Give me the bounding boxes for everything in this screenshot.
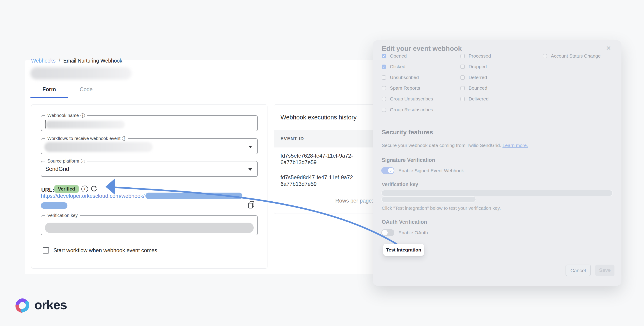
cancel-button[interactable]: Cancel <box>566 265 591 276</box>
event-checkbox-unsubscribed[interactable]: Unsubscribed <box>382 75 419 80</box>
tab-form[interactable]: Form <box>31 84 67 94</box>
source-platform-field[interactable]: Source platform i SendGrid <box>41 161 258 177</box>
close-icon[interactable]: ✕ <box>606 45 611 52</box>
toggle-knob <box>382 230 388 235</box>
table-row-event-id[interactable]: fd7s5efc7628-fe47-11ef-9a72- 6a77b13d7e5… <box>280 152 353 166</box>
chevron-down-icon[interactable] <box>248 168 252 171</box>
signature-verification-heading: Signature Verification <box>382 157 435 163</box>
event-checkbox-bounced[interactable]: Bounced <box>460 85 487 91</box>
workflows-value-redacted <box>44 142 153 152</box>
text-cursor <box>45 120 46 128</box>
breadcrumb-current: Email Nurturing Webhook <box>63 58 122 64</box>
rows-per-page-label: Rows per page: <box>335 198 373 204</box>
webhook-form-card: Webhook name i Workflows to receive webh… <box>31 104 268 269</box>
toggle-label: Enable OAuth <box>398 230 428 235</box>
screenshot-stage: Webhooks / Email Nurturing Webhook Form … <box>0 0 644 326</box>
source-platform-value: SendGrid <box>45 161 69 176</box>
event-id-value: 6a77b13d7e59 <box>280 181 355 187</box>
toggle-label: Enable Signed Event Webhook <box>398 168 464 173</box>
checkbox-icon <box>382 108 386 112</box>
event-checkbox-group-resubscribes[interactable]: Group Resubscribes <box>382 107 433 112</box>
webhook-name-label: Webhook name i <box>45 113 87 118</box>
oauth-verification-heading: OAuth Verification <box>382 219 427 225</box>
checkbox-icon <box>460 54 465 58</box>
breadcrumb: Webhooks / Email Nurturing Webhook <box>31 58 122 64</box>
start-workflow-checkbox[interactable] <box>42 247 49 254</box>
checkbox-icon <box>460 97 465 101</box>
event-checkbox-account-status-change[interactable]: Account Status Change <box>543 53 601 59</box>
copy-icon[interactable] <box>247 200 256 210</box>
verification-key-heading: Verification key <box>382 182 418 187</box>
info-icon: i <box>80 113 85 118</box>
webhook-name-field[interactable]: Webhook name i <box>41 115 258 131</box>
event-checkbox-group-unsubscribes[interactable]: Group Unsubscribes <box>382 96 433 102</box>
checkbox-icon <box>382 54 386 58</box>
orkes-logo-icon <box>14 296 31 314</box>
test-integration-hint: Click "Test integration" below to test y… <box>382 206 501 211</box>
workflows-label: Workflows to receive webhook event i <box>45 136 128 141</box>
event-checkbox-opened[interactable]: Opened <box>382 53 407 59</box>
save-button[interactable]: Save <box>595 265 614 276</box>
security-description: Secure your webhook data coming from Twi… <box>382 143 528 148</box>
checkbox-icon <box>382 65 386 69</box>
workflows-field[interactable]: Workflows to receive webhook event i <box>41 138 258 154</box>
verification-key-redacted-1 <box>382 190 612 196</box>
test-integration-button[interactable]: Test Integration <box>383 244 424 256</box>
signed-event-webhook-toggle-row: ✓ Enable Signed Event Webhook <box>381 167 464 174</box>
dialog-title: Edit your event webhook <box>382 45 462 52</box>
info-icon[interactable]: i <box>82 186 88 192</box>
event-checkbox-deferred[interactable]: Deferred <box>460 75 487 80</box>
event-checkbox-spam-reports[interactable]: Spam Reports <box>382 85 420 91</box>
checkbox-icon <box>460 65 465 69</box>
start-workflow-row: Start workflow when webhook event comes <box>42 247 157 254</box>
orkes-logo-text: orkes <box>34 297 67 312</box>
learn-more-link[interactable]: Learn more. <box>502 143 528 148</box>
checkbox-icon <box>460 75 465 80</box>
webhook-url[interactable]: https://developer.orkescloud.com/webhook… <box>41 193 242 199</box>
verification-key-value-redacted <box>45 223 254 233</box>
checkbox-icon <box>382 97 386 101</box>
executions-title: Webhook executions history <box>280 114 356 121</box>
oauth-toggle-row: Enable OAuth <box>381 229 428 236</box>
verification-key-label: Verification key <box>45 213 80 218</box>
event-checkbox-processed[interactable]: Processed <box>460 53 491 59</box>
verified-status-badge: Verified <box>54 185 79 193</box>
event-checkbox-dropped[interactable]: Dropped <box>460 64 487 69</box>
page-title-blurred <box>30 67 132 79</box>
info-icon: i <box>122 136 126 141</box>
checkbox-icon <box>543 54 547 58</box>
url-redacted-part-1 <box>146 193 242 199</box>
verification-key-field[interactable]: Verification key <box>41 215 258 235</box>
table-row-event-id[interactable]: fd7s5e9d8d47-fe47-11ef-9a72- 6a77b13d7e5… <box>280 174 355 187</box>
chevron-down-icon[interactable] <box>248 146 252 148</box>
breadcrumb-link-webhooks[interactable]: Webhooks <box>31 58 56 64</box>
event-checkbox-delivered[interactable]: Delivered <box>460 96 489 102</box>
signed-event-webhook-toggle[interactable]: ✓ <box>381 167 394 174</box>
active-tab-underline <box>30 97 68 98</box>
url-redacted-part-2 <box>41 202 68 209</box>
event-id-value: fd7s5e9d8d47-fe47-11ef-9a72- <box>280 174 355 181</box>
webhook-name-value-redacted <box>46 121 125 128</box>
tab-code[interactable]: Code <box>68 84 104 94</box>
event-id-value: 6a77b13d7e59 <box>280 159 353 166</box>
toggle-knob: ✓ <box>388 168 394 173</box>
checkbox-icon <box>382 75 386 80</box>
refresh-icon[interactable] <box>90 185 98 193</box>
checkbox-icon <box>460 86 465 90</box>
orkes-logo: orkes <box>14 296 67 314</box>
verification-key-redacted-2 <box>382 197 476 202</box>
checkbox-icon <box>382 86 386 90</box>
security-features-heading: Security features <box>382 129 433 136</box>
oauth-toggle[interactable] <box>381 229 394 236</box>
start-workflow-label: Start workflow when webhook event comes <box>54 247 157 254</box>
info-icon: i <box>81 159 85 163</box>
event-checkbox-clicked[interactable]: Clicked <box>382 64 406 69</box>
breadcrumb-separator: / <box>59 58 60 64</box>
url-link-text[interactable]: https://developer.orkescloud.com/webhook… <box>41 193 144 199</box>
event-id-value: fd7s5efc7628-fe47-11ef-9a72- <box>280 152 353 159</box>
